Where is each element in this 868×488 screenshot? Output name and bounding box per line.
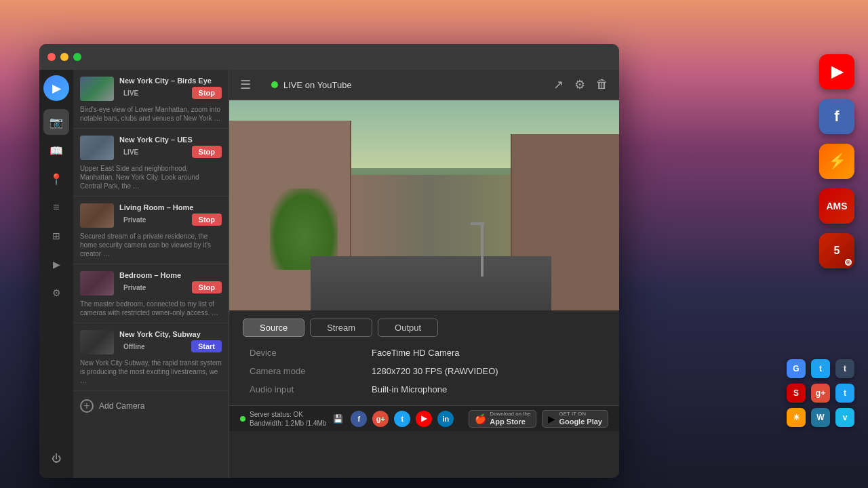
stop-button-bedroom[interactable]: Stop [192, 281, 222, 293]
camera-item-subway[interactable]: New York City, Subway Offline Start New … [73, 323, 229, 391]
sidebar-item-video[interactable]: ▶ [43, 251, 69, 277]
sidebar-item-cameras[interactable]: 📷 [43, 109, 69, 135]
social-linkedin-icon[interactable]: in [437, 411, 454, 427]
camera-info-nyc-ues: New York City – UES LIVE Stop [119, 136, 222, 158]
camera-thumbnail-living-room [80, 203, 114, 228]
device-label: Device [250, 348, 372, 358]
live-indicator: LIVE on YouTube [271, 80, 352, 90]
camera-item-header-3: Living Room – Home Private Stop [80, 203, 222, 228]
camera-info-living-room: Living Room – Home Private Stop [119, 203, 222, 226]
camera-desc-nyc-ues: Upper East Side and neighborhood, Manhat… [80, 164, 222, 190]
googleplay-text: GET IT ON Google Play [559, 411, 602, 426]
live-platform-label: LIVE on YouTube [283, 80, 352, 90]
camera-item-header-4: Bedroom – Home Private Stop [80, 271, 222, 296]
add-camera-button[interactable]: + Add Camera [73, 391, 229, 421]
camera-desc-nyc-birds: Bird's-eye view of Lower Manhattan, zoom… [80, 105, 222, 123]
hdd-icon: 💾 [333, 414, 343, 424]
camera-desc-bedroom: The master bedroom, connected to my list… [80, 300, 222, 317]
settings-icon-topbar[interactable]: ⚙ [574, 77, 585, 92]
camera-item-nyc-birds[interactable]: New York City – Birds Eye LIVE Stop Bird… [73, 70, 229, 129]
sidebar-item-grid[interactable]: ⊞ [43, 223, 69, 249]
googleplay-badge[interactable]: ▶ GET IT ON Google Play [542, 410, 608, 428]
social-facebook-icon[interactable]: f [351, 411, 367, 427]
googleplay-name-label: Google Play [559, 418, 602, 426]
social-gplus-icon[interactable]: g+ [372, 411, 389, 427]
device-row: Device FaceTime HD Camera [250, 348, 606, 358]
app-logo[interactable]: ▶ [43, 75, 69, 101]
sidebar-item-book[interactable]: 📖 [43, 138, 69, 163]
facebook-desktop-icon[interactable]: f [819, 99, 854, 134]
footer: Server status: OK Bandwidth: 1.2Mb /1.4M… [229, 405, 619, 431]
camera-item-bedroom[interactable]: Bedroom – Home Private Stop The master b… [73, 264, 229, 323]
appstore-name-label: App Store [490, 418, 530, 426]
tab-source[interactable]: Source [243, 319, 304, 337]
sidebar-item-location[interactable]: 📍 [43, 166, 69, 192]
camera-info-subway: New York City, Subway Offline Start [119, 330, 222, 352]
thunder-desktop-icon[interactable]: ⚡ [819, 144, 854, 179]
camera-info-bedroom: Bedroom – Home Private Stop [119, 271, 222, 293]
start-button-subway[interactable]: Start [191, 340, 222, 352]
tab-output[interactable]: Output [378, 319, 438, 337]
appstore-badge[interactable]: 🍎 Download on the App Store [469, 410, 536, 428]
social-twitter-icon[interactable]: t [394, 411, 410, 427]
device-value: FaceTime HD Camera [372, 348, 460, 358]
mini-google-icon[interactable]: G [787, 359, 806, 378]
bandwidth-label: Bandwidth: 1.2Mb /1.4Mb [250, 419, 326, 428]
mini-tumblr-icon[interactable]: t [835, 359, 854, 378]
camera-item-living-room[interactable]: Living Room – Home Private Stop Secured … [73, 197, 229, 264]
sidebar-item-power[interactable]: ⏻ [43, 445, 69, 471]
camera-name-nyc-ues: New York City – UES [119, 136, 222, 144]
minimize-button[interactable] [60, 53, 68, 61]
appstore-text: Download on the App Store [490, 411, 530, 426]
camera-item-nyc-ues[interactable]: New York City – UES LIVE Stop Upper East… [73, 129, 229, 197]
maximize-button[interactable] [73, 53, 81, 61]
mini-twitter2-icon[interactable]: t [811, 359, 830, 378]
server-status: Server status: OK Bandwidth: 1.2Mb /1.4M… [240, 410, 343, 428]
youtube-desktop-icon[interactable]: ▶ [819, 54, 854, 89]
stop-button-living-room[interactable]: Stop [192, 214, 222, 226]
sidebar-item-settings[interactable]: ⚙ [43, 280, 69, 306]
content-topbar: ☰ LIVE on YouTube ↗ ⚙ 🗑 [229, 70, 619, 100]
stop-button-nyc-birds[interactable]: Stop [192, 87, 222, 99]
add-circle-icon: + [80, 399, 94, 413]
sidebar-icons: ▶ 📷 📖 📍 ≡ ⊞ ▶ ⚙ ⏻ [39, 70, 73, 478]
sidebar-item-list[interactable]: ≡ [43, 195, 69, 220]
camera-thumbnail-nyc-ues [80, 136, 114, 160]
app-window: ▶ 📷 📖 📍 ≡ ⊞ ▶ ⚙ ⏻ [39, 44, 619, 478]
stop-button-nyc-ues[interactable]: Stop [192, 146, 222, 158]
list-icon: ≡ [53, 201, 59, 214]
camera-desc-subway: New York City Subway, the rapid transit … [80, 359, 222, 385]
mini-tw-icon[interactable]: t [835, 384, 854, 403]
mini-sun-icon[interactable]: ☀ [787, 408, 806, 427]
camera-thumbnail-bedroom [80, 271, 114, 296]
server-status-label: Server status: OK [250, 410, 326, 419]
mini-gplus-icon[interactable]: g+ [811, 384, 830, 403]
tab-row: Source Stream Output [243, 310, 606, 348]
social-youtube-icon[interactable]: ▶ [416, 411, 432, 427]
server-status-dot [240, 416, 245, 422]
camera-thumbnail-nyc-birds [80, 77, 114, 101]
mini-wordpress-icon[interactable]: W [811, 408, 830, 427]
video-icon: ▶ [53, 259, 60, 270]
mini-stache-icon[interactable]: S [787, 384, 806, 403]
five-desktop-icon[interactable]: 5 ◎ [819, 233, 854, 268]
live-dot [271, 81, 278, 88]
close-button[interactable] [47, 53, 56, 61]
camera-name-bedroom: Bedroom – Home [119, 271, 222, 279]
apple-icon: 🍎 [475, 413, 486, 424]
video-preview [229, 100, 619, 310]
delete-icon[interactable]: 🗑 [596, 77, 608, 92]
camera-name-subway: New York City, Subway [119, 330, 222, 338]
cameras-icon: 📷 [50, 116, 63, 129]
audio-input-label: Audio input [250, 384, 372, 394]
location-icon: 📍 [50, 173, 63, 186]
ams-desktop-icon[interactable]: AMS [819, 188, 854, 224]
menu-icon[interactable]: ☰ [240, 77, 251, 92]
share-icon[interactable]: ↗ [553, 77, 564, 92]
camera-mode-value: 868x488 30 FPS (RAWVIDEO) [372, 366, 498, 376]
tab-stream[interactable]: Stream [310, 319, 372, 337]
camera-list-panel: New York City – Birds Eye LIVE Stop Bird… [73, 70, 229, 478]
camera-mode-label: Camera mode [250, 366, 372, 376]
camera-info-nyc-birds: New York City – Birds Eye LIVE Stop [119, 77, 222, 99]
mini-vimeo-icon[interactable]: v [835, 408, 854, 427]
